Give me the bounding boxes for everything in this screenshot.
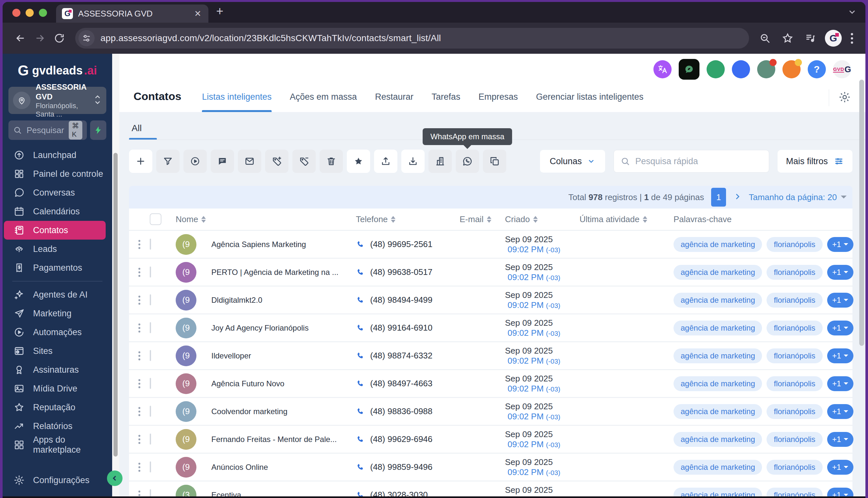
tag-pill[interactable]: florianópolis: [767, 349, 822, 363]
sidebar-item-configuracoes[interactable]: Configurações: [3, 471, 112, 489]
media-controls-icon[interactable]: [802, 30, 818, 46]
table-row[interactable]: (3Ecentiva(48) 3028-3030Sep 09 202509:02…: [129, 481, 853, 498]
contact-phone[interactable]: (48) 99859-9496: [370, 462, 432, 472]
more-tags-pill[interactable]: +1: [827, 349, 853, 363]
minimize-window-button[interactable]: [26, 9, 34, 17]
new-tab-button[interactable]: +: [208, 4, 223, 23]
filter-button[interactable]: [156, 149, 180, 173]
page-number-button[interactable]: 1: [711, 188, 726, 207]
favorite-button[interactable]: [347, 149, 370, 173]
row-checkbox[interactable]: [150, 406, 151, 417]
row-menu-icon[interactable]: [129, 240, 150, 249]
sidebar-item-apps-do-marketplace[interactable]: Apps do marketplace: [3, 435, 112, 454]
contact-name[interactable]: Ildevelloper: [211, 351, 356, 361]
tag-pill[interactable]: agência de marketing: [674, 349, 762, 363]
tag-pill[interactable]: florianópolis: [767, 265, 822, 280]
ai-sparkles-icon[interactable]: [732, 60, 750, 78]
row-menu-icon[interactable]: [129, 379, 150, 388]
contact-phone[interactable]: (48) 99695-2561: [370, 239, 432, 249]
row-menu-icon[interactable]: [129, 435, 150, 444]
tag-pill[interactable]: agência de marketing: [674, 265, 762, 280]
maximize-window-button[interactable]: [39, 9, 47, 17]
contact-phone[interactable]: (48) 99164-6910: [370, 323, 432, 333]
sidebar-scrollbar-thumb[interactable]: [113, 153, 118, 457]
sidebar-item-calend-rios[interactable]: Calendários: [3, 202, 112, 221]
profile-icon[interactable]: GVDG: [833, 60, 851, 78]
contact-phone[interactable]: (48) 98874-6332: [370, 351, 432, 361]
more-tags-pill[interactable]: +1: [827, 404, 853, 419]
more-filters-button[interactable]: Mais filtros: [778, 150, 853, 173]
tag-pill[interactable]: florianópolis: [767, 404, 822, 419]
next-page-icon[interactable]: [733, 192, 742, 202]
sort-icon[interactable]: [487, 216, 492, 223]
row-menu-icon[interactable]: [129, 463, 150, 472]
browser-tab[interactable]: G ASSESSORIA GVD ✕: [56, 4, 208, 23]
contacts-settings-gear-icon[interactable]: [838, 91, 851, 105]
leadconnector-icon[interactable]: [679, 59, 700, 80]
tag-pill[interactable]: agência de marketing: [674, 376, 762, 391]
more-tags-pill[interactable]: +1: [827, 265, 853, 280]
duplicate-button[interactable]: [483, 149, 506, 173]
tag-pill[interactable]: florianópolis: [767, 320, 822, 336]
row-checkbox[interactable]: [150, 378, 151, 389]
reload-icon[interactable]: [51, 30, 67, 46]
table-row[interactable]: (9Coolvendor marketing(48) 98836-0988Sep…: [129, 397, 853, 425]
contact-name[interactable]: Coolvendor marketing: [211, 407, 356, 416]
tag-pill[interactable]: florianópolis: [767, 376, 822, 391]
tab-a-es-em-massa[interactable]: Ações em massa: [290, 87, 357, 112]
sidebar-item-agentes-de-ai[interactable]: Agentes de AI: [3, 285, 112, 304]
contact-name[interactable]: Agência Futuro Novo: [211, 379, 356, 388]
zoom-icon[interactable]: [757, 30, 773, 46]
sidebar-item-marketing[interactable]: Marketing: [3, 304, 112, 323]
import-button[interactable]: [401, 149, 425, 173]
sort-icon[interactable]: [391, 216, 395, 223]
sidebar-item-painel-de-controle[interactable]: Painel de controle: [3, 165, 112, 183]
contact-phone[interactable]: (48) 98494-9499: [370, 295, 432, 305]
contact-name[interactable]: Joy Ad Agency Florianópolis: [211, 324, 356, 332]
window-chevron-down-icon[interactable]: [847, 7, 857, 18]
translate-icon[interactable]: [653, 60, 672, 78]
columns-button[interactable]: Colunas: [540, 150, 605, 173]
table-row[interactable]: (9Ildevelloper(48) 98874-6332Sep 09 2025…: [129, 341, 853, 369]
back-icon[interactable]: [12, 30, 28, 46]
more-tags-pill[interactable]: +1: [827, 237, 853, 252]
remove-tag-button[interactable]: [292, 149, 316, 173]
table-row[interactable]: (9Joy Ad Agency Florianópolis(48) 99164-…: [129, 313, 853, 341]
url-bar[interactable]: app.assessoriagvd.com/v2/location/23BKdl…: [75, 28, 749, 49]
close-window-button[interactable]: [12, 9, 21, 17]
contact-name[interactable]: Fernando Freitas - Mentor de Pale...: [211, 435, 356, 444]
automation-button[interactable]: [183, 149, 207, 173]
row-menu-icon[interactable]: [129, 324, 150, 332]
browser-menu-icon[interactable]: [848, 33, 856, 44]
tag-pill[interactable]: agência de marketing: [674, 432, 762, 447]
sidebar-item-pagamentos[interactable]: Pagamentos: [3, 258, 112, 277]
forward-icon[interactable]: [32, 30, 48, 46]
sidebar-item-sites[interactable]: Sites: [3, 342, 112, 361]
company-button[interactable]: [429, 149, 452, 173]
contact-phone[interactable]: (48) 98497-4663: [370, 379, 432, 389]
phone-icon[interactable]: [706, 60, 725, 78]
add-tag-button[interactable]: [265, 149, 289, 173]
row-menu-icon[interactable]: [129, 296, 150, 305]
table-row[interactable]: (9Dldigitalmkt2.0(48) 98494-9499Sep 09 2…: [129, 286, 853, 313]
more-tags-pill[interactable]: +1: [827, 293, 853, 307]
select-all-checkbox[interactable]: [150, 213, 162, 225]
bell-icon[interactable]: [782, 60, 801, 78]
export-button[interactable]: [374, 149, 397, 173]
row-checkbox[interactable]: [150, 350, 151, 361]
tab-restaurar[interactable]: Restaurar: [375, 87, 413, 112]
sort-icon[interactable]: [643, 216, 647, 223]
tag-pill[interactable]: florianópolis: [767, 460, 822, 475]
table-row[interactable]: (9Fernando Freitas - Mentor de Pale...(4…: [129, 425, 853, 453]
tag-pill[interactable]: agência de marketing: [674, 320, 762, 336]
site-info-icon[interactable]: [78, 30, 95, 46]
quick-search-input[interactable]: Pesquisa rápida: [614, 150, 769, 173]
tab-close-icon[interactable]: ✕: [193, 9, 203, 19]
sms-button[interactable]: [211, 149, 234, 173]
tab-tarefas[interactable]: Tarefas: [432, 87, 461, 112]
more-tags-pill[interactable]: +1: [827, 432, 853, 447]
tab-listas-inteligentes[interactable]: Listas inteligentes: [202, 87, 272, 112]
help-icon[interactable]: ?: [808, 60, 826, 78]
sidebar-item-reputa-o[interactable]: Reputação: [3, 398, 112, 417]
quick-actions-bolt-button[interactable]: [90, 120, 106, 140]
